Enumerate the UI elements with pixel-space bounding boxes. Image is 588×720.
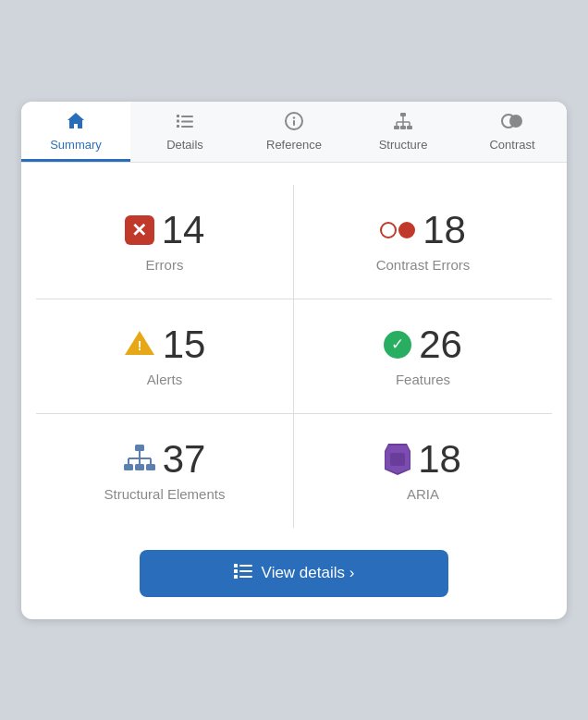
home-icon <box>66 111 86 134</box>
svg-point-19 <box>509 115 522 128</box>
svg-rect-11 <box>400 126 406 129</box>
svg-rect-8 <box>293 120 295 126</box>
info-icon <box>284 111 304 134</box>
structural-row: 37 <box>124 440 206 479</box>
structural-label: Structural Elements <box>104 486 226 502</box>
stat-aria: 18 ARIA <box>294 414 552 528</box>
svg-rect-36 <box>239 576 252 578</box>
svg-rect-1 <box>177 119 179 122</box>
tab-reference[interactable]: Reference <box>239 102 349 162</box>
contrast-errors-count: 18 <box>423 211 466 250</box>
tab-summary-label: Summary <box>50 138 102 152</box>
contrast-errors-row: 18 <box>380 211 466 250</box>
contrast-tab-icon <box>499 111 525 134</box>
errors-row: ✕ 14 <box>125 211 205 250</box>
tab-contrast[interactable]: Contrast <box>458 102 567 162</box>
contrast-errors-label: Contrast Errors <box>376 257 471 273</box>
feature-icon: ✓ <box>384 331 411 359</box>
tab-structure[interactable]: Structure <box>349 102 458 162</box>
structural-count: 37 <box>163 440 206 479</box>
features-row: ✓ 26 <box>384 325 462 364</box>
aria-icon <box>385 445 410 474</box>
alerts-label: Alerts <box>147 372 182 387</box>
aria-count: 18 <box>418 440 461 479</box>
error-icon: ✕ <box>125 215 154 245</box>
svg-rect-31 <box>234 564 238 567</box>
tab-details-label: Details <box>166 138 203 152</box>
svg-rect-24 <box>146 464 155 470</box>
tab-structure-label: Structure <box>379 138 428 152</box>
svg-point-7 <box>293 116 295 118</box>
svg-rect-33 <box>234 575 238 579</box>
stats-grid: ✕ 14 Errors 18 Contrast Errors <box>36 185 552 528</box>
structure-tab-icon <box>393 111 413 134</box>
list-details-icon <box>234 563 252 584</box>
stat-features: ✓ 26 Features <box>294 299 552 414</box>
stat-contrast-errors: 18 Contrast Errors <box>294 185 552 299</box>
svg-rect-9 <box>400 113 406 116</box>
errors-label: Errors <box>146 257 184 273</box>
svg-rect-21 <box>135 445 144 451</box>
features-label: Features <box>396 372 450 387</box>
list-icon <box>175 111 195 134</box>
svg-rect-22 <box>124 464 133 470</box>
tab-summary[interactable]: Summary <box>21 102 130 162</box>
svg-rect-35 <box>239 570 252 572</box>
svg-rect-34 <box>239 565 252 567</box>
tab-details[interactable]: Details <box>130 102 239 162</box>
content-area: ✕ 14 Errors 18 Contrast Errors <box>21 163 567 619</box>
contrast-icon <box>380 222 415 238</box>
svg-rect-10 <box>394 126 399 129</box>
structural-icon <box>124 444 155 475</box>
svg-rect-0 <box>177 115 179 117</box>
svg-rect-23 <box>135 464 144 470</box>
tab-bar: Summary Details <box>21 102 567 163</box>
alerts-row: ! 15 <box>124 325 206 364</box>
aria-row: 18 <box>385 440 461 479</box>
view-details-label: View details › <box>262 564 355 582</box>
features-count: 26 <box>419 325 462 364</box>
errors-count: 14 <box>162 211 205 250</box>
svg-rect-3 <box>181 116 193 117</box>
view-details-button[interactable]: View details › <box>140 550 449 597</box>
svg-rect-30 <box>390 453 405 466</box>
alert-icon: ! <box>124 329 155 360</box>
stat-errors: ✕ 14 Errors <box>36 185 294 299</box>
svg-rect-5 <box>181 126 193 128</box>
main-panel: Summary Details <box>21 102 567 619</box>
svg-rect-4 <box>181 120 193 122</box>
svg-rect-32 <box>234 569 238 573</box>
tab-contrast-label: Contrast <box>489 138 534 152</box>
stat-structural: 37 Structural Elements <box>36 414 294 528</box>
svg-rect-12 <box>407 126 412 129</box>
svg-text:!: ! <box>137 338 141 353</box>
alerts-count: 15 <box>163 325 206 364</box>
aria-label: ARIA <box>407 486 439 502</box>
tab-reference-label: Reference <box>266 138 322 152</box>
svg-rect-2 <box>177 125 179 128</box>
stat-alerts: ! 15 Alerts <box>36 299 294 414</box>
